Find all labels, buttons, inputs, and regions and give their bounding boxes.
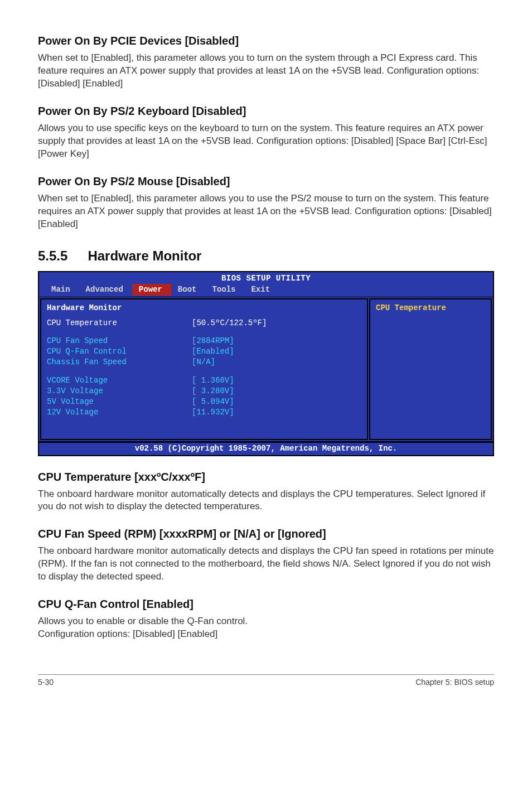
bios-config-row[interactable]: CPU Fan Speed[2884RPM] (47, 336, 361, 346)
bios-row-value: [ 3.280V] (192, 386, 234, 397)
bios-footer: v02.58 (C)Copyright 1985-2007, American … (39, 442, 493, 455)
bios-config-row[interactable]: 12V Voltage[11.932V] (47, 407, 361, 418)
bios-row-value: [2884RPM] (192, 336, 234, 346)
body-cpu-temp: The onboard hardware monitor automatical… (38, 488, 494, 514)
heading-cpu-temp: CPU Temperature [xxxºC/xxxºF] (38, 470, 494, 485)
bios-config-row[interactable]: CPU Temperature[50.5ºC/122.5ºF] (47, 318, 361, 328)
bios-config-row[interactable]: 5V Voltage[ 5.094V] (47, 397, 361, 407)
bios-tab-tools[interactable]: Tools (205, 284, 244, 296)
bios-row-value: [ 1.360V] (192, 375, 234, 386)
bios-config-row[interactable]: CPU Q-Fan Control[Enabled] (47, 346, 361, 357)
heading-ps2kbd: Power On By PS/2 Keyboard [Disabled] (38, 104, 494, 119)
body-ps2kbd: Allows you to use specific keys on the k… (38, 122, 494, 161)
bios-body: Hardware Monitor CPU Temperature[50.5ºC/… (39, 297, 493, 442)
body-cpu-fan: The onboard hardware monitor automatical… (38, 545, 494, 583)
bios-config-row[interactable]: VCORE Voltage[ 1.360V] (47, 375, 361, 386)
chapter-label: Chapter 5: BIOS setup (415, 677, 494, 688)
bios-row-label: CPU Q-Fan Control (47, 346, 192, 357)
bios-row-label: Chassis Fan Speed (47, 357, 192, 368)
bios-config-row[interactable]: 3.3V Voltage[ 3.280V] (47, 386, 361, 397)
bios-rows: CPU Temperature[50.5ºC/122.5ºF]CPU Fan S… (47, 318, 361, 418)
section-ps2mouse: Power On By PS/2 Mouse [Disabled] When s… (38, 174, 494, 231)
heading-qfan: CPU Q-Fan Control [Enabled] (38, 597, 494, 612)
bios-screenshot: BIOS SETUP UTILITY Main Advanced Power B… (38, 271, 494, 456)
section-cpu-temp: CPU Temperature [xxxºC/xxxºF] The onboar… (38, 470, 494, 514)
bios-tab-power[interactable]: Power (132, 284, 171, 296)
hw-num: 5.5.5 (38, 247, 67, 265)
bios-row-value: [11.932V] (192, 407, 234, 418)
body-pcie: When set to [Enabled], this parameter al… (38, 52, 494, 90)
bios-title: BIOS SETUP UTILITY (39, 272, 493, 284)
bios-help-panel: CPU Temperature (369, 298, 492, 440)
heading-ps2mouse: Power On By PS/2 Mouse [Disabled] (38, 174, 494, 189)
page-number: 5-30 (38, 677, 54, 688)
section-cpu-fan: CPU Fan Speed (RPM) [xxxxRPM] or [N/A] o… (38, 526, 494, 583)
section-qfan: CPU Q-Fan Control [Enabled] Allows you t… (38, 597, 494, 641)
bios-row-label: 5V Voltage (47, 397, 192, 407)
heading-pcie: Power On By PCIE Devices [Disabled] (38, 33, 494, 49)
bios-left-panel: Hardware Monitor CPU Temperature[50.5ºC/… (40, 298, 368, 440)
bios-row-value: [N/A] (192, 357, 215, 368)
bios-spacer (47, 328, 361, 336)
bios-tab-advanced[interactable]: Advanced (79, 284, 132, 296)
section-pcie: Power On By PCIE Devices [Disabled] When… (38, 33, 494, 90)
bios-row-label: VCORE Voltage (47, 375, 192, 386)
bios-row-value: [Enabled] (192, 346, 234, 357)
bios-tabs: Main Advanced Power Boot Tools Exit (39, 284, 493, 297)
bios-spacer (47, 368, 361, 375)
bios-row-value: [50.5ºC/122.5ºF] (192, 318, 267, 328)
hw-name: Hardware Monitor (88, 248, 201, 263)
page-footer: 5-30 Chapter 5: BIOS setup (38, 674, 494, 688)
bios-panel-title: Hardware Monitor (47, 303, 361, 313)
heading-cpu-fan: CPU Fan Speed (RPM) [xxxxRPM] or [N/A] o… (38, 526, 494, 542)
bios-row-label: 3.3V Voltage (47, 386, 192, 397)
bios-tab-main[interactable]: Main (45, 284, 79, 296)
section-ps2kbd: Power On By PS/2 Keyboard [Disabled] All… (38, 104, 494, 161)
bios-tab-boot[interactable]: Boot (171, 284, 206, 296)
bios-box: BIOS SETUP UTILITY Main Advanced Power B… (38, 271, 494, 456)
hardware-monitor-title: 5.5.5Hardware Monitor (38, 247, 494, 265)
bios-row-label: CPU Fan Speed (47, 336, 192, 346)
bios-config-row[interactable]: Chassis Fan Speed[N/A] (47, 357, 361, 368)
bios-row-value: [ 5.094V] (192, 397, 234, 407)
bios-tab-exit[interactable]: Exit (244, 284, 279, 296)
body-ps2mouse: When set to [Enabled], this parameter al… (38, 192, 494, 231)
body-qfan: Allows you to enable or disable the Q-Fa… (38, 615, 494, 641)
bios-row-label: CPU Temperature (47, 318, 192, 328)
bios-row-label: 12V Voltage (47, 407, 192, 418)
bios-help-text: CPU Temperature (376, 303, 485, 313)
